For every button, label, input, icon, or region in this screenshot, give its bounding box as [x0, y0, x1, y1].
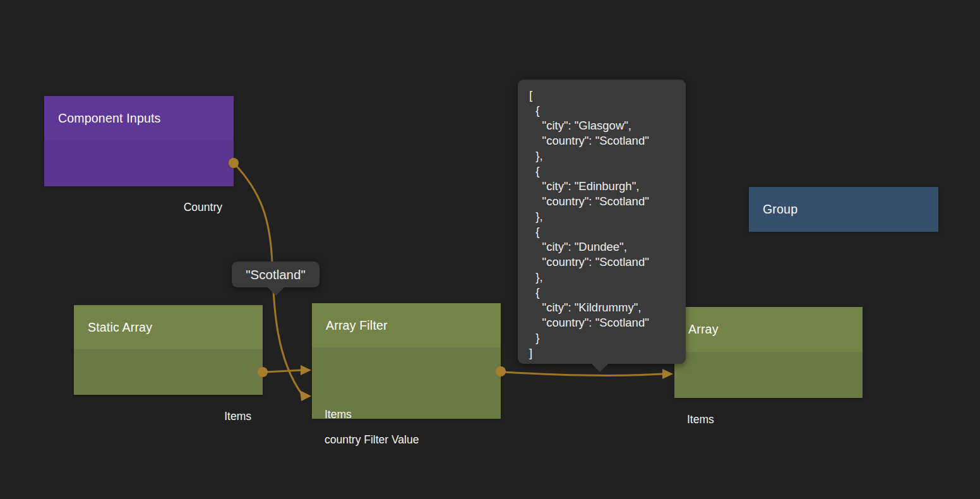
- arrowhead-country-filter-value-input: [300, 390, 311, 401]
- wire-static-array-to-array-filter[interactable]: [265, 370, 302, 372]
- arrowhead-array-filter-items-input: [301, 365, 311, 375]
- connections-layer: [0, 0, 980, 499]
- json-preview-tooltip: [ { "city": "Glasgow", "country": "Scotl…: [518, 80, 686, 364]
- port-static-array-items-output[interactable]: Items: [224, 409, 251, 424]
- node-static-array[interactable]: Static Array Items: [74, 305, 263, 395]
- wire-value-tooltip: "Scotland": [232, 262, 320, 287]
- node-component-inputs-body: Country: [44, 140, 234, 186]
- port-country-output[interactable]: Country: [184, 200, 222, 215]
- json-preview-text: [ { "city": "Glasgow", "country": "Scotl…: [529, 88, 686, 361]
- port-array-filter-items-input[interactable]: Items: [325, 407, 352, 422]
- node-array-title: Array: [674, 307, 863, 352]
- node-array-filter[interactable]: Array Filter Items country Filter Value: [312, 303, 501, 419]
- node-array-filter-title: Array Filter: [312, 303, 501, 347]
- wire-array-filter-to-array[interactable]: [503, 372, 663, 376]
- port-array-filter-country-filter-value-input[interactable]: country Filter Value: [325, 432, 419, 447]
- node-group-title: Group: [749, 187, 938, 232]
- node-array-filter-body: Items country Filter Value: [312, 347, 501, 419]
- node-static-array-title: Static Array: [74, 305, 263, 349]
- tooltip-caret-down-icon: [267, 287, 285, 296]
- tooltip-caret-down-icon: [591, 363, 609, 372]
- node-component-inputs-title: Component Inputs: [44, 96, 234, 140]
- node-editor-canvas[interactable]: Component Inputs Country Static Array It…: [0, 0, 980, 499]
- node-group[interactable]: Group: [749, 187, 938, 232]
- node-static-array-body: Items: [74, 349, 263, 395]
- wire-value-text: "Scotland": [246, 267, 305, 282]
- node-array-body: Items: [674, 352, 863, 398]
- arrowhead-array-items-input: [662, 369, 673, 379]
- node-array[interactable]: Array Items: [674, 307, 863, 398]
- node-component-inputs[interactable]: Component Inputs Country: [44, 96, 234, 186]
- port-array-items-input[interactable]: Items: [687, 412, 714, 427]
